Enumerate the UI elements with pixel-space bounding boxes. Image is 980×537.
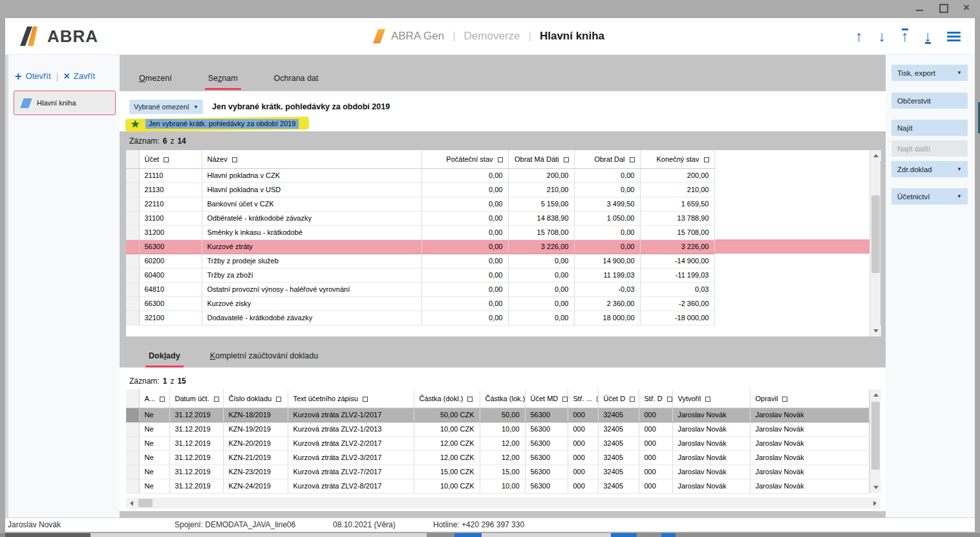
column-header[interactable]: Vytvořil bbox=[672, 389, 750, 408]
scroll-up-icon[interactable] bbox=[870, 389, 881, 400]
scrollbar-thumb[interactable] bbox=[138, 499, 153, 507]
table-cell: Jaroslav Novák bbox=[672, 422, 750, 436]
maximize-icon[interactable] bbox=[939, 3, 948, 12]
table-row[interactable]: 21110Hlavní pokladna v CZK0,00200,000,00… bbox=[126, 168, 869, 182]
table-row[interactable]: 21130Hlavní pokladna v USD0,00210,000,00… bbox=[126, 182, 869, 197]
tab-seznam[interactable]: Seznam bbox=[205, 70, 241, 90]
column-header[interactable]: Název bbox=[202, 150, 421, 168]
ob-erstvit-button[interactable]: Občerstvit bbox=[891, 93, 968, 109]
column-header[interactable]: Počáteční stav bbox=[421, 150, 508, 168]
table-row[interactable]: Ne31.12.2019KZN-24/2019Kurzová ztráta ZL… bbox=[126, 479, 869, 493]
column-filter-box-icon[interactable] bbox=[562, 397, 568, 402]
menu-icon[interactable] bbox=[947, 32, 961, 41]
zdr-doklad-button[interactable]: Zdr.doklad▼ bbox=[891, 161, 968, 177]
filler bbox=[714, 197, 869, 211]
table-row[interactable]: 22110Bankovní účet v CZK0,005 159,003 49… bbox=[126, 197, 869, 211]
sidebar-item-hlavni-kniha[interactable]: Hlavní kniha bbox=[14, 91, 116, 115]
documents-table: A...Datum účt.Číslo dokladuText účetního… bbox=[126, 389, 869, 494]
column-filter-box-icon[interactable] bbox=[564, 157, 569, 162]
scrollbar-thumb[interactable] bbox=[871, 195, 880, 273]
column-filter-box-icon[interactable] bbox=[630, 397, 635, 402]
tab-doklady[interactable]: Doklady bbox=[145, 347, 184, 367]
column-filter-box-icon[interactable] bbox=[667, 397, 672, 402]
detail-tab-bar: Doklady Kompletní zaúčtování dokladu bbox=[120, 346, 886, 367]
arrow-up-icon[interactable]: ↑ bbox=[855, 29, 863, 43]
favorite-filter-item[interactable]: ★ Jen vybrané krátk. pohledávky za obdob… bbox=[129, 117, 886, 133]
naj-t-button[interactable]: Najít bbox=[891, 120, 968, 136]
table-row[interactable]: 64810Ostatní provozní výnosy - haléřové … bbox=[126, 282, 869, 296]
column-header[interactable]: Obrat Dal bbox=[574, 150, 640, 168]
column-filter-box-icon[interactable] bbox=[232, 157, 237, 162]
column-header[interactable]: Stř. ... bbox=[568, 389, 598, 408]
table-row[interactable]: 31200Směnky k inkasu - krátkodobé0,0015 … bbox=[126, 225, 869, 239]
table-row[interactable]: 66300Kurzové zisky0,000,002 360,00-2 360… bbox=[126, 296, 869, 311]
etnictv-button[interactable]: Účetnictví▼ bbox=[891, 188, 968, 204]
vertical-scrollbar[interactable] bbox=[869, 150, 880, 336]
book-icon bbox=[20, 98, 32, 108]
table-cell: 32405 bbox=[598, 479, 639, 493]
table-cell: 12,00 CZK bbox=[414, 450, 480, 465]
column-filter-box-icon[interactable] bbox=[467, 397, 473, 402]
row-indicator bbox=[126, 479, 139, 493]
tisk-export-button[interactable]: Tisk, export▼ bbox=[891, 65, 968, 81]
tab-kompletni-zauctovani[interactable]: Kompletní zaúčtování dokladu bbox=[207, 347, 321, 367]
scroll-down-icon[interactable] bbox=[870, 325, 881, 336]
table-cell: 66300 bbox=[139, 296, 202, 311]
column-header[interactable]: Částka (dokl.) bbox=[414, 389, 480, 408]
close-book-button[interactable]: × Zavřít bbox=[63, 71, 95, 81]
table-cell: 000 bbox=[639, 422, 672, 436]
column-filter-box-icon[interactable] bbox=[160, 397, 165, 402]
table-row[interactable]: Ne31.12.2019KZN-21/2019Kurzová ztráta ZL… bbox=[126, 450, 869, 465]
column-header[interactable]: Stř. D bbox=[639, 389, 672, 408]
separator: | bbox=[453, 30, 455, 43]
open-button[interactable]: + Otevřít bbox=[15, 71, 51, 81]
table-cell: 14 900,00 bbox=[574, 254, 640, 268]
table-row[interactable]: Ne31.12.2019KZN-23/2019Kurzová ztráta ZL… bbox=[126, 465, 869, 479]
column-filter-box-icon[interactable] bbox=[214, 397, 219, 402]
table-row[interactable]: Ne31.12.2019KZN-19/2019Kurzová ztráta ZL… bbox=[126, 422, 869, 436]
column-filter-box-icon[interactable] bbox=[498, 157, 503, 162]
column-filter-box-icon[interactable] bbox=[705, 397, 710, 402]
vertical-scrollbar[interactable] bbox=[869, 389, 880, 493]
column-header[interactable]: Účet MD bbox=[525, 389, 568, 408]
table-row[interactable]: Ne31.12.2019KZN-18/2019Kurzová ztráta ZL… bbox=[126, 408, 869, 422]
arrow-to-top-icon[interactable]: ↑ bbox=[901, 29, 909, 43]
scroll-left-icon[interactable] bbox=[126, 498, 137, 509]
column-filter-box-icon[interactable] bbox=[164, 157, 169, 162]
column-filter-box-icon[interactable] bbox=[630, 157, 635, 162]
table-cell: Hlavní pokladna v CZK bbox=[202, 168, 421, 182]
table-row[interactable]: Ne31.12.2019KZN-20/2019Kurzová ztráta ZL… bbox=[126, 436, 869, 450]
table-row[interactable]: 60400Tržby za zboží0,000,0011 199,03-11 … bbox=[126, 268, 869, 282]
filler bbox=[714, 282, 869, 296]
column-header[interactable]: Číslo dokladu bbox=[223, 389, 288, 408]
column-header[interactable]: Opravil bbox=[750, 389, 869, 408]
column-filter-box-icon[interactable] bbox=[782, 397, 787, 402]
column-filter-box-icon[interactable] bbox=[704, 157, 709, 162]
arrow-to-bottom-icon[interactable]: ↓ bbox=[924, 29, 932, 43]
column-filter-box-icon[interactable] bbox=[363, 397, 368, 402]
column-header[interactable]: Účet D bbox=[598, 389, 639, 408]
column-filter-box-icon[interactable] bbox=[276, 397, 281, 402]
column-header[interactable]: Obrat Má Dáti bbox=[508, 150, 574, 168]
table-row[interactable]: 31100Odběratelé - krátkodobé závazky0,00… bbox=[126, 211, 869, 225]
scrollbar-thumb[interactable] bbox=[871, 402, 880, 470]
column-header[interactable]: Účet bbox=[139, 150, 202, 168]
column-header[interactable]: Konečný stav bbox=[640, 150, 714, 168]
column-header[interactable]: Částka (lok.) bbox=[480, 389, 525, 408]
arrow-down-icon[interactable]: ↓ bbox=[879, 29, 886, 43]
horizontal-scrollbar[interactable] bbox=[126, 498, 880, 509]
minimize-icon[interactable] bbox=[915, 3, 924, 12]
filter-dropdown[interactable]: Vybrané omezení ▼ bbox=[129, 100, 203, 114]
close-icon[interactable]: × bbox=[962, 3, 971, 12]
column-header[interactable]: A... bbox=[139, 389, 169, 408]
scroll-down-icon[interactable] bbox=[870, 482, 881, 493]
column-header[interactable]: Text účetního zápisu bbox=[288, 389, 414, 408]
tab-omezeni[interactable]: Omezení bbox=[136, 70, 175, 90]
tab-ochrana-dat[interactable]: Ochrana dat bbox=[271, 70, 322, 90]
table-row[interactable]: 56300Kurzové ztráty0,003 226,000,003 226… bbox=[126, 239, 869, 254]
column-header[interactable]: Datum účt. bbox=[169, 389, 223, 408]
scroll-up-icon[interactable] bbox=[870, 150, 881, 161]
table-row[interactable]: 32100Dodavatelé - krátkodobé závazky0,00… bbox=[126, 311, 869, 325]
scroll-right-icon[interactable] bbox=[869, 498, 880, 509]
table-row[interactable]: 60200Tržby z prodeje služeb0,000,0014 90… bbox=[126, 254, 869, 268]
